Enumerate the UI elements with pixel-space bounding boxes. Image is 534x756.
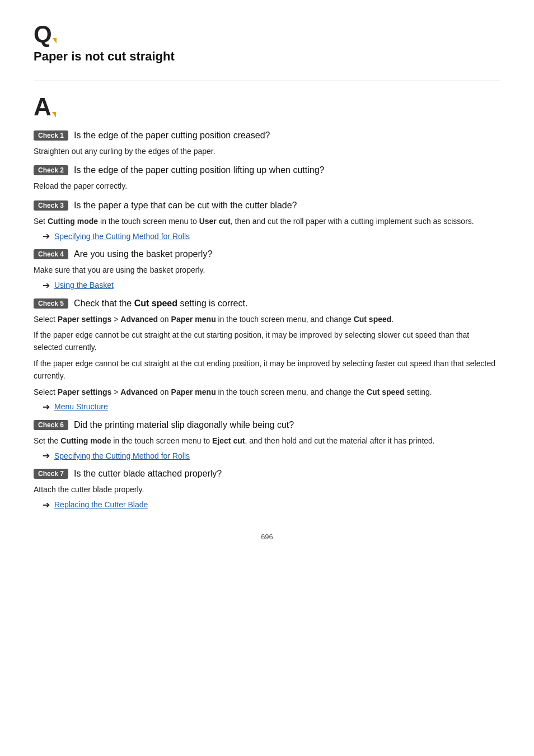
link-arrow-icon-check3-0: ➔ [43, 231, 50, 241]
check-question-check6: Did the printing material slip diagonall… [74, 420, 294, 430]
body-text-check5-3: Select Paper settings > Advanced on Pape… [34, 386, 500, 398]
check-badge-check7: Check 7 [34, 469, 68, 479]
check-row-check5: Check 5Check that the Cut speed setting … [34, 298, 500, 309]
check-badge-check3: Check 3 [34, 200, 68, 211]
check-question-check1: Is the edge of the paper cutting positio… [74, 130, 270, 141]
check-row-check2: Check 2Is the edge of the paper cutting … [34, 165, 500, 175]
link-check7-0[interactable]: Replacing the Cutter Blade [54, 500, 148, 509]
a-icon: A [34, 95, 51, 119]
check-row-check6: Check 6Did the printing material slip di… [34, 420, 500, 430]
check-badge-check5: Check 5 [34, 298, 68, 309]
body-text-check6-0: Set the Cutting mode in the touch screen… [34, 435, 500, 447]
link-arrow-icon-check6-0: ➔ [43, 450, 50, 461]
link-check3-0[interactable]: Specifying the Cutting Method for Rolls [54, 232, 190, 241]
body-text-check5-1: If the paper edge cannot be cut straight… [34, 329, 500, 354]
link-arrow-icon-check7-0: ➔ [43, 500, 50, 510]
page-title: Paper is not cut straight [34, 49, 500, 64]
q-icon: Q [34, 22, 52, 46]
link-row-check7-0: ➔Replacing the Cutter Blade [43, 500, 500, 510]
check-badge-check1: Check 1 [34, 130, 68, 141]
a-icon-row: A [34, 95, 500, 119]
check-question-check2: Is the edge of the paper cutting positio… [74, 165, 324, 175]
link-check4-0[interactable]: Using the Basket [54, 281, 114, 290]
check-row-check4: Check 4Are you using the basket properly… [34, 249, 500, 259]
link-check5-0[interactable]: Menu Structure [54, 402, 108, 411]
check-question-check5: Check that the Cut speed setting is corr… [74, 298, 247, 309]
q-icon-row: Q [34, 22, 500, 46]
link-row-check3-0: ➔Specifying the Cutting Method for Rolls [43, 231, 500, 241]
body-text-check2-0: Reload the paper correctly. [34, 180, 500, 192]
body-text-check5-2: If the paper edge cannot be cut straight… [34, 357, 500, 382]
check-row-check3: Check 3Is the paper a type that can be c… [34, 200, 500, 211]
check-badge-check4: Check 4 [34, 249, 68, 259]
body-text-check4-0: Make sure that you are using the basket … [34, 264, 500, 276]
link-row-check5-0: ➔Menu Structure [43, 402, 500, 412]
check-row-check7: Check 7Is the cutter blade attached prop… [34, 469, 500, 479]
link-check6-0[interactable]: Specifying the Cutting Method for Rolls [54, 451, 190, 460]
check-badge-check2: Check 2 [34, 165, 68, 175]
body-text-check7-0: Attach the cutter blade properly. [34, 483, 500, 496]
link-arrow-icon-check4-0: ➔ [43, 280, 50, 291]
page-number: 696 [34, 533, 500, 541]
divider [34, 81, 500, 81]
check-question-check7: Is the cutter blade attached properly? [74, 469, 222, 479]
checks-container: Check 1Is the edge of the paper cutting … [34, 130, 500, 510]
link-row-check4-0: ➔Using the Basket [43, 280, 500, 291]
question-section: Q Paper is not cut straight [34, 22, 500, 71]
check-row-check1: Check 1Is the edge of the paper cutting … [34, 130, 500, 141]
check-question-check4: Are you using the basket properly? [74, 249, 212, 259]
body-text-check5-0: Select Paper settings > Advanced on Pape… [34, 313, 500, 325]
q-arrow-icon [53, 38, 57, 44]
link-row-check6-0: ➔Specifying the Cutting Method for Rolls [43, 450, 500, 461]
body-text-check1-0: Straighten out any curling by the edges … [34, 145, 500, 157]
link-arrow-icon-check5-0: ➔ [43, 402, 50, 412]
check-badge-check6: Check 6 [34, 420, 68, 430]
a-arrow-icon [52, 112, 56, 118]
body-text-check3-0: Set Cutting mode in the touch screen men… [34, 215, 500, 227]
check-question-check3: Is the paper a type that can be cut with… [74, 200, 297, 211]
